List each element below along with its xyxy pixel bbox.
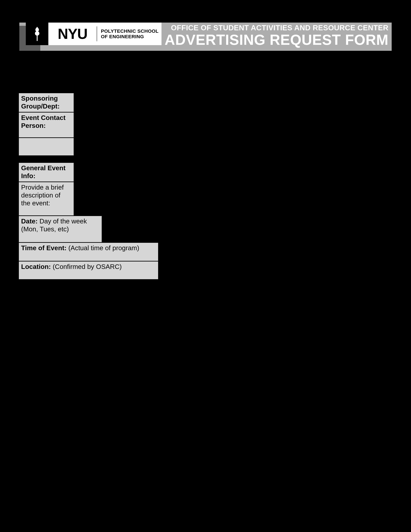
field-blank-extension[interactable]	[19, 138, 74, 156]
field-general-event-info[interactable]: General Event Info:	[19, 162, 74, 182]
nyu-logo: NYU POLYTECHNIC SCHOOL OF ENGINEERING	[26, 23, 161, 45]
school-name-line2: OF ENGINEERING	[101, 34, 161, 39]
field-label: Event Contact Person:	[21, 114, 65, 129]
field-sponsoring-group[interactable]: Sponsoring Group/Dept:	[19, 93, 74, 112]
field-location[interactable]: Location: (Confirmed by OSARC)	[19, 261, 158, 280]
field-hint: (Confirmed by OSARC)	[53, 263, 122, 270]
office-title: OFFICE OF STUDENT ACTIVITIES AND RESOURC…	[165, 24, 388, 32]
field-event-contact[interactable]: Event Contact Person:	[19, 112, 74, 138]
field-date[interactable]: Date: Day of the week (Mon, Tues, etc)	[19, 216, 102, 242]
field-hint: (Actual time of program)	[68, 244, 139, 252]
svg-rect-0	[37, 36, 37, 41]
school-name: POLYTECHNIC SCHOOL OF ENGINEERING	[97, 23, 161, 45]
nyu-wordmark: NYU	[48, 23, 97, 45]
field-label: Location:	[21, 263, 51, 270]
field-label: Sponsoring Group/Dept:	[21, 95, 60, 110]
torch-icon	[26, 23, 48, 45]
header-banner: NYU POLYTECHNIC SCHOOL OF ENGINEERING OF…	[19, 23, 392, 51]
field-label: General Event Info:	[21, 164, 65, 180]
field-event-description[interactable]: Provide a brief description of the event…	[19, 182, 74, 216]
field-time[interactable]: Time of Event: (Actual time of program)	[19, 242, 158, 261]
school-name-line1: POLYTECHNIC SCHOOL	[101, 28, 161, 34]
banner-titles: OFFICE OF STUDENT ACTIVITIES AND RESOURC…	[165, 24, 388, 48]
field-label: Time of Event:	[21, 244, 66, 252]
field-label: Provide a brief description of the event…	[21, 184, 64, 207]
form-title: ADVERTISING REQUEST FORM	[165, 32, 388, 48]
field-label: Date:	[21, 218, 38, 225]
